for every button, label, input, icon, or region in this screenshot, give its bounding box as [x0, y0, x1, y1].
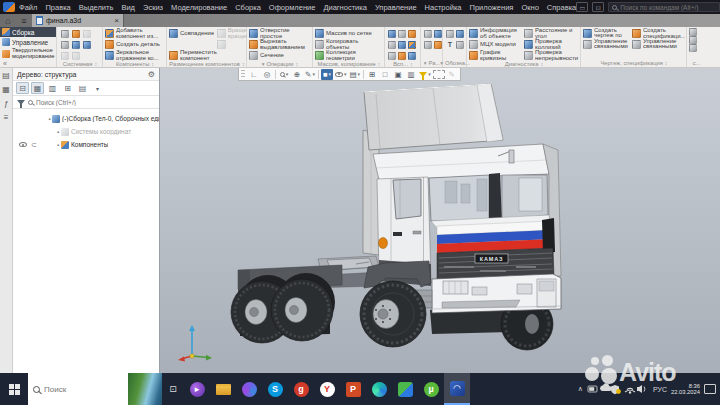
tray-expand-icon[interactable]: ∧: [578, 385, 583, 393]
aux-csys-icon[interactable]: [387, 39, 397, 50]
rotate-view-icon[interactable]: ◎: [261, 69, 273, 80]
orientation-icon[interactable]: ⊕: [291, 69, 303, 80]
menu-apps[interactable]: Приложения: [470, 3, 514, 12]
dim-angular-icon[interactable]: [433, 28, 443, 39]
menu-edit[interactable]: Правка: [45, 3, 70, 12]
import-icon[interactable]: [81, 28, 92, 39]
aux-axis-icon[interactable]: [397, 28, 407, 39]
cut-extrude-button[interactable]: Вырезать выдавливанием: [249, 39, 311, 50]
view-iso-icon[interactable]: ▣: [392, 69, 404, 80]
taskbar-app-g[interactable]: g: [288, 373, 314, 405]
sketch-mode-icon[interactable]: ✎▾: [304, 69, 316, 80]
hide-objects-icon[interactable]: ▾: [334, 69, 348, 80]
continuity-check-button[interactable]: Проверка непрерывности: [524, 50, 579, 61]
create-part-button[interactable]: Создать деталь: [105, 39, 165, 50]
notification-center-icon[interactable]: [704, 384, 716, 394]
ribbon-tab-management[interactable]: Управление: [0, 37, 56, 47]
fit-all-icon[interactable]: ⊞: [366, 69, 378, 80]
menu-file[interactable]: Файл: [19, 3, 37, 12]
window-layout-icon[interactable]: ▭: [576, 2, 588, 12]
view-cube-icon[interactable]: □: [379, 69, 391, 80]
manage-linked-drawings-button[interactable]: Управление связанными ч...: [583, 39, 632, 50]
search-highlight-image[interactable]: [128, 373, 162, 405]
distance-angle-button[interactable]: Расстояние и угол: [524, 28, 579, 39]
print-icon[interactable]: [59, 39, 70, 50]
menu-layout[interactable]: Оформление: [269, 3, 316, 12]
tree-structure-view-icon[interactable]: ⊟: [16, 82, 29, 94]
home-icon[interactable]: ⌂: [0, 14, 16, 27]
more-tool1-icon[interactable]: [689, 28, 697, 36]
filter-icon[interactable]: ▾: [418, 69, 432, 80]
group-label-more[interactable]: с...: [689, 59, 704, 67]
menu-sketch[interactable]: Эскиз: [143, 3, 163, 12]
ribbon-tab-solid-modeling[interactable]: Твердотельное моделирование: [0, 47, 56, 60]
ribbon-collapse[interactable]: «: [0, 60, 56, 67]
taskbar-app-explorer[interactable]: [210, 373, 236, 405]
symbol-note-icon[interactable]: [445, 28, 455, 39]
dim-linear-icon[interactable]: [423, 28, 433, 39]
aux-plane-icon[interactable]: [387, 28, 397, 39]
mass-properties-button[interactable]: МЦХ модели: [469, 39, 524, 50]
undo-icon[interactable]: [59, 50, 70, 61]
menu-modeling[interactable]: Моделирование: [171, 3, 227, 12]
taskbar-app-bluestacks[interactable]: [392, 373, 418, 405]
mirror-component-button[interactable]: Зеркальное отражение ко...: [105, 50, 165, 61]
symbol-datum-icon[interactable]: [455, 28, 465, 39]
tree-dropdown-icon[interactable]: ▾: [91, 82, 104, 94]
open-document-icon[interactable]: [70, 28, 81, 39]
section-button[interactable]: Сечение: [249, 50, 311, 61]
gear-icon[interactable]: ⚙: [148, 70, 155, 79]
add-component-button[interactable]: Добавить компонент из...: [105, 28, 165, 39]
symbol-text-icon[interactable]: T: [445, 39, 455, 50]
truck-model[interactable]: КАМАЗ: [180, 80, 610, 365]
grid-array-button[interactable]: Массив по сетке: [315, 28, 383, 39]
tree-root-row[interactable]: ▪ (-)Сборка (Тел-0, Сборочных единиц...: [13, 112, 159, 125]
tree-search-input[interactable]: [36, 99, 136, 106]
layers-panel-tab-icon[interactable]: ▦: [2, 85, 10, 94]
model-viewport[interactable]: КАМАЗ: [160, 68, 720, 373]
tab-close-icon[interactable]: ×: [114, 16, 119, 25]
taskbar-search[interactable]: [28, 373, 162, 405]
menu-view[interactable]: Вид: [121, 3, 135, 12]
group-label-dims[interactable]: ▾Ра...: [423, 59, 441, 67]
copy-objects-button[interactable]: Копировать объекты: [315, 39, 383, 50]
more-tool2-icon[interactable]: [689, 36, 697, 44]
aux-curve-icon[interactable]: [407, 39, 417, 50]
group-label-components[interactable]: Компоненты↕: [105, 61, 165, 67]
display-mode-shaded-icon[interactable]: ■▾: [321, 69, 333, 80]
aux-spiral-icon[interactable]: [397, 39, 407, 50]
create-bom-button[interactable]: Создать спецификаци...: [632, 28, 685, 39]
command-search[interactable]: [608, 2, 720, 12]
tree-filter-icon[interactable]: [17, 100, 25, 105]
dim-radial-icon[interactable]: [423, 39, 433, 50]
aux-contour-icon[interactable]: [397, 50, 407, 61]
save-icon[interactable]: [81, 39, 92, 50]
curvature-graph-button[interactable]: График кривизны: [469, 50, 524, 61]
section-state-icon[interactable]: ⊂: [31, 141, 37, 149]
messages-panel-tab-icon[interactable]: ≡: [4, 113, 9, 122]
group-label-diagnostics[interactable]: Диагностика↕: [469, 61, 579, 67]
symbol-rough-icon[interactable]: [455, 39, 465, 50]
taskbar-app-edge[interactable]: [366, 373, 392, 405]
box-select-icon[interactable]: [433, 70, 445, 79]
mate-coincident-button[interactable]: Совпадение: [169, 28, 217, 39]
screenshot-icon[interactable]: ⊡: [592, 2, 604, 12]
object-info-button[interactable]: Информация об объекте: [469, 28, 524, 39]
mate-extra-button[interactable]: [217, 39, 247, 50]
taskbar-app-powerpoint[interactable]: P: [340, 373, 366, 405]
taskbar-app-skype[interactable]: S: [262, 373, 288, 405]
tree-components-row[interactable]: ⊂ ▪ Компоненты: [13, 138, 159, 151]
group-label-aux[interactable]: Всп...↕: [387, 61, 419, 67]
visibility-eye-icon[interactable]: [19, 142, 27, 147]
taskbar-app-kompas-active[interactable]: ◠: [444, 373, 470, 405]
variables-panel-tab-icon[interactable]: ƒ: [4, 99, 8, 108]
group-label-drawing[interactable]: Чертеж, спецификация↕: [583, 59, 685, 67]
menu-management[interactable]: Управление: [375, 3, 417, 12]
tray-language[interactable]: РУС: [653, 386, 667, 393]
tree-relations-icon[interactable]: ▥: [46, 82, 59, 94]
group-label-array[interactable]: Массив, копирование↕: [315, 61, 383, 67]
tree-refresh-icon[interactable]: ⊞: [61, 82, 74, 94]
group-label-placement[interactable]: Размещение компонентов↕: [169, 61, 245, 67]
menu-select[interactable]: Выделить: [79, 3, 114, 12]
group-label-system[interactable]: Системная↕: [59, 61, 101, 67]
